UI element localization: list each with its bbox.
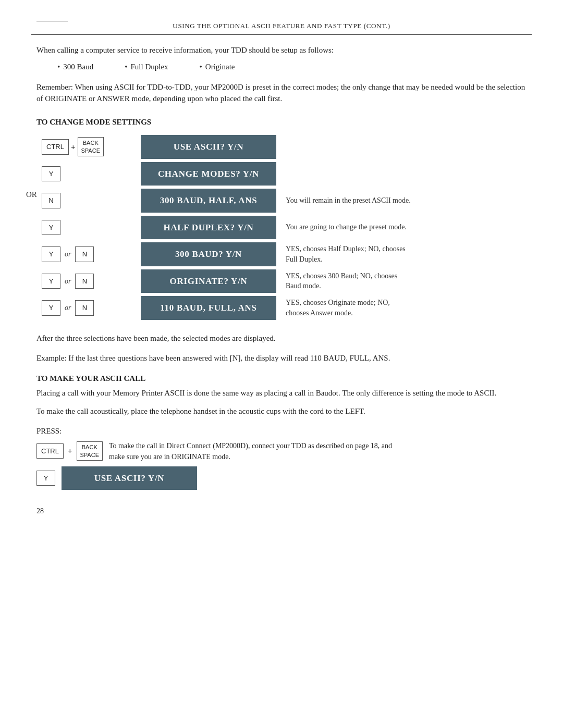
note-going-change: You are going to change the preset mode.	[286, 222, 407, 232]
press-note: To make the call in Direct Connect (MP20…	[109, 440, 401, 462]
section2-para2: To make the call acoustically, place the…	[36, 405, 527, 417]
y-key-5: Y	[42, 300, 60, 316]
bullet-dot-1: •	[57, 61, 60, 73]
or-label-3: or	[65, 302, 71, 313]
backspace-key-1: BACK SPACE	[78, 137, 104, 156]
backspace-line1b: BACK	[82, 444, 97, 450]
n-key-2: N	[75, 246, 94, 262]
n-key-3: N	[75, 274, 94, 289]
keys-area-1: CTRL + BACK SPACE	[42, 137, 141, 156]
after-text-2: Example: If the last three questions hav…	[36, 352, 527, 364]
display-half-duplex: HALF DUPLEX? Y/N	[141, 216, 276, 240]
section1-heading: TO CHANGE MODE SETTINGS	[36, 116, 527, 128]
flow-row-y-half: Y HALF DUPLEX? Y/N You are going to chan…	[42, 216, 527, 240]
flow-row-300baud: Y or N 300 BAUD? Y/N YES, chooses Half D…	[42, 242, 527, 266]
bullet-baud: • 300 Baud	[57, 61, 93, 73]
flow-table: CTRL + BACK SPACE USE ASCII? Y/N Y CHANG…	[42, 135, 527, 320]
backspace-key-2: BACK SPACE	[77, 441, 103, 461]
backspace-line2: SPACE	[81, 147, 100, 154]
ctrl-key-1: CTRL	[42, 139, 69, 155]
display-use-ascii: USE ASCII? Y/N	[141, 135, 276, 159]
press-keys-1: CTRL + BACK SPACE	[36, 441, 103, 461]
keys-area-y-half: Y	[42, 220, 141, 236]
flow-row-1: CTRL + BACK SPACE USE ASCII? Y/N	[42, 135, 527, 159]
remember-text: Remember: When using ASCII for TDD-to-TD…	[36, 81, 527, 105]
or-label-2: or	[65, 276, 71, 287]
plus-2: +	[68, 445, 72, 457]
backspace-line1: BACK	[83, 140, 99, 146]
intro-text: When calling a computer service to recei…	[36, 44, 527, 56]
keys-area-n: N	[42, 193, 141, 208]
note-remain-preset: You will remain in the preset ASCII mode…	[286, 195, 411, 206]
section2-para1: Placing a call with your Memory Printer …	[36, 387, 527, 399]
bullet-duplex-label: Full Duplex	[130, 61, 168, 73]
change-mode-section: TO CHANGE MODE SETTINGS CTRL + BACK SPAC…	[36, 116, 527, 320]
display-300-baud-half: 300 BAUD, HALF, ANS	[141, 189, 276, 213]
page-tab-line	[36, 21, 68, 21]
flow-row-n: N 300 BAUD, HALF, ANS You will remain in…	[42, 189, 527, 213]
after-text-1: After the three selections have been mad…	[36, 332, 527, 344]
flow-row-110baud: Y or N 110 BAUD, FULL, ANS YES, chooses …	[42, 296, 527, 320]
y-key-6: Y	[36, 471, 55, 486]
note-110baud: YES, chooses Originate mode; NO, chooses…	[286, 298, 411, 318]
note-300baud: YES, chooses Half Duplex; NO, chooses Fu…	[286, 244, 411, 264]
flow-row-originate: Y or N ORIGINATE? Y/N YES, chooses 300 B…	[42, 269, 527, 293]
plus-1: +	[71, 141, 76, 153]
press-row-1: CTRL + BACK SPACE To make the call in Di…	[36, 440, 527, 462]
ctrl-key-2: CTRL	[36, 443, 64, 459]
display-change-modes: CHANGE MODES? Y/N	[141, 162, 276, 186]
bullet-dot-2: •	[125, 61, 127, 73]
header-title: USING THE OPTIONAL ASCII FEATURE AND FAS…	[173, 22, 390, 30]
keys-area-2: Y	[42, 166, 141, 182]
display-use-ascii-2: USE ASCII? Y/N	[62, 466, 197, 490]
page-header: USING THE OPTIONAL ASCII FEATURE AND FAS…	[31, 21, 532, 35]
bullet-originate-label: Originate	[205, 61, 235, 73]
press-keys-2: Y	[36, 471, 55, 486]
flow-row-2: Y CHANGE MODES? Y/N	[42, 162, 527, 186]
y-key-2: Y	[42, 220, 60, 236]
keys-area-300baud: Y or N	[42, 246, 141, 262]
note-originate: YES, chooses 300 Baud; NO, chooses Baud …	[286, 271, 411, 291]
y-key-1: Y	[42, 166, 60, 182]
bullet-originate: • Originate	[200, 61, 235, 73]
bullet-baud-label: 300 Baud	[63, 61, 93, 73]
bullet-list: • 300 Baud • Full Duplex • Originate	[57, 61, 527, 73]
y-key-3: Y	[42, 246, 60, 262]
or-split: OR N 300 BAUD, HALF, ANS You will remain…	[42, 189, 527, 239]
or-big-label: OR	[26, 189, 37, 201]
page-number: 28	[36, 505, 527, 516]
press-block: CTRL + BACK SPACE To make the call in Di…	[36, 440, 527, 490]
n-key-1: N	[42, 193, 60, 208]
n-key-4: N	[75, 300, 94, 316]
bullet-dot-3: •	[200, 61, 202, 73]
press-row-2: Y USE ASCII? Y/N	[36, 466, 527, 490]
bullet-duplex: • Full Duplex	[125, 61, 168, 73]
keys-area-110baud: Y or N	[42, 300, 141, 316]
backspace-line2b: SPACE	[80, 452, 99, 458]
display-300baud-yn: 300 BAUD? Y/N	[141, 242, 276, 266]
display-110baud-full: 110 BAUD, FULL, ANS	[141, 296, 276, 320]
press-label: PRESS:	[36, 425, 527, 437]
or-label-1: or	[65, 249, 71, 260]
keys-area-originate: Y or N	[42, 274, 141, 289]
display-originate-yn: ORIGINATE? Y/N	[141, 269, 276, 293]
y-key-4: Y	[42, 274, 60, 289]
section2-heading: TO MAKE YOUR ASCII CALL	[36, 373, 527, 385]
